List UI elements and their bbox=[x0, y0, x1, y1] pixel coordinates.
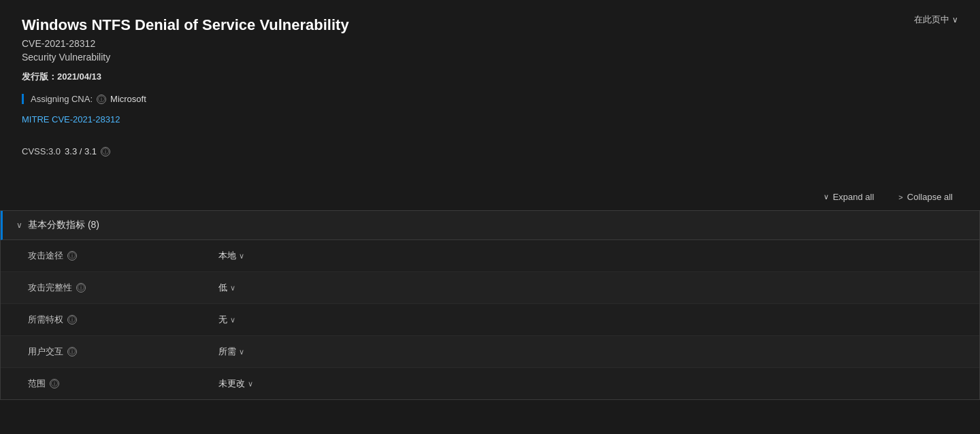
metric-value[interactable]: 未更改∨ bbox=[218, 378, 253, 390]
metric-row: 攻击途径ⓘ本地∨ bbox=[1, 240, 979, 272]
metric-value-chevron: ∨ bbox=[239, 348, 244, 356]
metric-label: 攻击途径ⓘ bbox=[28, 250, 218, 262]
collapse-all-chevron: > bbox=[898, 193, 902, 201]
page-nav-chevron: ∨ bbox=[952, 15, 958, 24]
vuln-type: Security Vulnerability bbox=[22, 52, 958, 63]
collapse-all-label: Collapse all bbox=[907, 192, 953, 202]
assigning-cna-section: Assigning CNA: ⓘ Microsoft bbox=[22, 94, 958, 104]
cvss-value: 3.3 / 3.1 bbox=[65, 146, 97, 156]
metric-label-text: 用户交互 bbox=[28, 346, 63, 358]
mitre-link[interactable]: MITRE CVE-2021-28312 bbox=[22, 114, 120, 124]
header-section: Windows NTFS Denial of Service Vulnerabi… bbox=[22, 16, 958, 156]
metric-value-chevron: ∨ bbox=[230, 284, 235, 293]
expand-collapse-toolbar: ∨ Expand all > Collapse all bbox=[0, 184, 980, 210]
metric-value-text: 所需 bbox=[218, 346, 236, 358]
metric-value-text: 未更改 bbox=[218, 378, 245, 390]
metric-value-chevron: ∨ bbox=[230, 316, 235, 324]
metric-value-text: 无 bbox=[218, 314, 227, 326]
metric-value[interactable]: 低∨ bbox=[218, 282, 235, 294]
cvss-label: CVSS:3.0 bbox=[22, 146, 61, 156]
assigning-cna-label: Assigning CNA: bbox=[31, 94, 93, 104]
metric-info-icon[interactable]: ⓘ bbox=[50, 379, 59, 388]
release-date: 发行版：2021/04/13 bbox=[22, 71, 958, 83]
main-title: Windows NTFS Denial of Service Vulnerabi… bbox=[22, 16, 958, 34]
metrics-container: ∨ 基本分数指标 (8) 攻击途径ⓘ本地∨攻击完整性ⓘ低∨所需特权ⓘ无∨用户交互… bbox=[0, 210, 980, 400]
release-date-label: 发行版： bbox=[22, 71, 57, 82]
metrics-header-chevron: ∨ bbox=[16, 220, 22, 230]
page-nav-label: 在此页中 bbox=[914, 14, 949, 26]
metric-row: 攻击完整性ⓘ低∨ bbox=[1, 272, 979, 304]
collapse-all-button[interactable]: > Collapse all bbox=[893, 189, 958, 205]
metric-row: 所需特权ⓘ无∨ bbox=[1, 304, 979, 336]
metric-info-icon[interactable]: ⓘ bbox=[67, 347, 77, 356]
cvss-section: CVSS:3.0 3.3 / 3.1 ⓘ bbox=[22, 146, 958, 156]
metric-label-text: 范围 bbox=[28, 378, 46, 390]
page-nav-dropdown[interactable]: 在此页中 ∨ bbox=[914, 14, 958, 26]
metric-value[interactable]: 无∨ bbox=[218, 314, 235, 326]
metric-info-icon[interactable]: ⓘ bbox=[76, 283, 86, 293]
metric-row: 用户交互ⓘ所需∨ bbox=[1, 336, 979, 368]
metrics-rows-container: 攻击途径ⓘ本地∨攻击完整性ⓘ低∨所需特权ⓘ无∨用户交互ⓘ所需∨范围ⓘ未更改∨ bbox=[1, 240, 979, 399]
metric-value-chevron: ∨ bbox=[248, 380, 253, 388]
release-date-value: 2021/04/13 bbox=[57, 71, 101, 82]
metric-row: 范围ⓘ未更改∨ bbox=[1, 368, 979, 399]
metric-label: 范围ⓘ bbox=[28, 378, 218, 390]
expand-all-button[interactable]: ∨ Expand all bbox=[818, 189, 880, 205]
metric-label: 用户交互ⓘ bbox=[28, 346, 218, 358]
metric-info-icon[interactable]: ⓘ bbox=[67, 315, 77, 324]
metric-label-text: 攻击完整性 bbox=[28, 282, 72, 294]
metric-value-chevron: ∨ bbox=[239, 252, 244, 261]
metrics-header[interactable]: ∨ 基本分数指标 (8) bbox=[1, 211, 979, 240]
metric-value[interactable]: 本地∨ bbox=[218, 250, 244, 262]
assigning-cna-value: Microsoft bbox=[110, 94, 146, 104]
metric-label-text: 攻击途径 bbox=[28, 250, 63, 262]
metric-label: 攻击完整性ⓘ bbox=[28, 282, 218, 294]
metric-value-text: 本地 bbox=[218, 250, 236, 262]
metric-value[interactable]: 所需∨ bbox=[218, 346, 244, 358]
metric-info-icon[interactable]: ⓘ bbox=[67, 251, 77, 261]
cve-id: CVE-2021-28312 bbox=[22, 38, 958, 49]
cvss-info-icon[interactable]: ⓘ bbox=[101, 147, 110, 156]
metric-label: 所需特权ⓘ bbox=[28, 314, 218, 326]
metric-label-text: 所需特权 bbox=[28, 314, 63, 326]
expand-all-label: Expand all bbox=[833, 192, 875, 202]
metrics-header-title: 基本分数指标 (8) bbox=[28, 219, 99, 231]
assigning-cna-info-icon[interactable]: ⓘ bbox=[97, 95, 106, 104]
expand-all-chevron: ∨ bbox=[823, 193, 829, 201]
metric-value-text: 低 bbox=[218, 282, 227, 294]
